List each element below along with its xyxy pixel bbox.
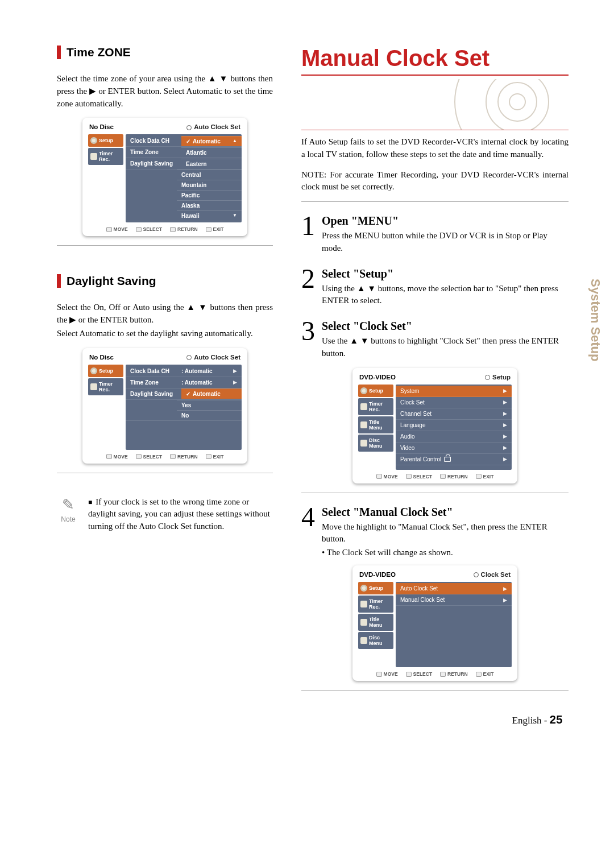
sidebar-item-timer[interactable]: Timer Rec. xyxy=(358,398,393,415)
divider xyxy=(301,201,569,202)
step-text: Press the MENU button while the DVD or V… xyxy=(322,230,569,255)
exit-key-icon xyxy=(476,672,482,677)
osd-bottom-bar: MOVE SELECT RETURN EXIT xyxy=(88,222,242,232)
sidebar-item-setup[interactable]: Setup xyxy=(358,582,393,594)
calendar-icon xyxy=(90,383,97,390)
gear-icon xyxy=(360,387,367,394)
step-3: 3 Select "Clock Set" Use the ▲ ▼ buttons… xyxy=(301,320,569,360)
osd-daylight: No Disc Auto Clock Set Setup Timer Rec. … xyxy=(82,348,247,464)
daylight-header: Daylight Saving xyxy=(57,274,273,288)
osd-title-left: DVD-VIDEO xyxy=(359,571,396,578)
menu-item-system[interactable]: System▶ xyxy=(396,386,512,397)
svg-point-3 xyxy=(509,94,525,110)
daylight-text-2: Select Automatic to set the daylight sav… xyxy=(57,328,273,340)
disc-illustration xyxy=(301,79,569,130)
exit-key-icon xyxy=(206,454,211,459)
disc-icon xyxy=(360,637,367,644)
sidebar-item-setup[interactable]: Setup xyxy=(88,365,123,377)
return-key-icon xyxy=(440,474,446,479)
daylight-text-1: Select the On, Off or Auto using the ▲ ▼… xyxy=(57,301,273,326)
step-4: 4 Select "Manual Clock Set" Move the hig… xyxy=(301,506,569,558)
panel-row-time-zone[interactable]: Time Zone Atlantic xyxy=(126,147,242,158)
sidebar-item-timer[interactable]: Timer Rec. xyxy=(358,596,393,613)
tz-option-alaska[interactable]: Alaska xyxy=(177,200,242,210)
ds-option-automatic[interactable]: ✓Automatic xyxy=(181,388,242,399)
ds-option-yes[interactable]: Yes xyxy=(177,400,242,410)
menu-item-auto-clock[interactable]: Auto Clock Set▶ xyxy=(396,583,512,594)
step-number: 2 xyxy=(301,267,315,308)
step-title: Select "Manual Clock Set" xyxy=(322,506,569,519)
menu-item-parental[interactable]: Parental Control▶ xyxy=(396,454,512,465)
menu-item-channel-set[interactable]: Channel Set▶ xyxy=(396,408,512,420)
sidebar-item-setup[interactable]: Setup xyxy=(88,134,123,147)
divider xyxy=(301,493,569,493)
osd-title-right: Auto Clock Set xyxy=(186,354,240,361)
ds-option-no[interactable]: No xyxy=(177,410,242,420)
select-key-icon xyxy=(406,474,412,479)
svg-point-0 xyxy=(455,79,569,130)
sidebar-item-timer[interactable]: Timer Rec. xyxy=(88,378,123,395)
divider xyxy=(57,245,273,246)
panel-row-clock-data[interactable]: Clock Data CH: Automatic▶ xyxy=(126,366,242,377)
return-key-icon xyxy=(170,227,176,232)
tz-option-central[interactable]: Central xyxy=(177,170,242,180)
menu-item-clock-set[interactable]: Clock Set▶ xyxy=(396,397,512,408)
return-key-icon xyxy=(440,672,446,677)
divider xyxy=(301,690,569,691)
menu-item-language[interactable]: Language▶ xyxy=(396,420,512,431)
exit-key-icon xyxy=(206,227,211,232)
step-number: 4 xyxy=(301,506,315,558)
menu-item-manual-clock[interactable]: Manual Clock Set▶ xyxy=(396,594,512,606)
tz-option-hawaii[interactable]: Hawaii▼ xyxy=(177,210,242,221)
panel-row-daylight[interactable]: Daylight Saving Eastern xyxy=(126,158,242,170)
page-footer: English - 25 xyxy=(301,713,569,726)
tz-option-pacific[interactable]: Pacific xyxy=(177,190,242,200)
panel-row-time-zone[interactable]: Time Zone: Automatic▶ xyxy=(126,377,242,388)
timezone-title: Time ZONE xyxy=(67,46,131,59)
osd-title-left: No Disc xyxy=(89,123,114,130)
return-key-icon xyxy=(170,454,176,459)
menu-item-video[interactable]: Video▶ xyxy=(396,443,512,454)
page-main-title: Manual Clock Set xyxy=(301,46,569,76)
osd-timezone: No Disc Auto Clock Set Setup Timer Rec. … xyxy=(82,118,247,236)
intro-note: NOTE: For accurate Timer Recording, your… xyxy=(301,169,569,194)
step-text: Move the highlight to "Manual Clock Set"… xyxy=(322,521,569,546)
osd-title-right: Setup xyxy=(485,374,511,381)
osd-clock-set-menu: DVD-VIDEO Clock Set Setup Timer Rec. Tit… xyxy=(352,565,517,681)
tz-option-automatic[interactable]: ✓Automatic▲ xyxy=(181,136,242,146)
osd-bottom-bar: MOVE SELECT RETURN EXIT xyxy=(358,667,512,677)
step-title: Select "Clock Set" xyxy=(322,320,569,333)
menu-item-audio[interactable]: Audio▶ xyxy=(396,431,512,443)
step-bullet: • The Clock Set will change as shown. xyxy=(322,548,569,557)
intro-text: If Auto Setup fails to set the DVD Recor… xyxy=(301,136,569,161)
tz-option-atlantic[interactable]: Atlantic xyxy=(181,147,242,158)
osd-title-left: No Disc xyxy=(89,354,114,361)
exit-key-icon xyxy=(476,474,482,479)
lock-icon xyxy=(444,457,451,462)
step-title: Select "Setup" xyxy=(322,267,569,280)
move-key-icon xyxy=(376,672,382,677)
step-title: Open "MENU" xyxy=(322,214,569,228)
timezone-text: Select the time zone of your area using … xyxy=(57,73,273,110)
side-tab-label: System Setup xyxy=(588,279,603,362)
panel-row-daylight[interactable]: Daylight Saving ✓Automatic xyxy=(126,388,242,400)
note-text: ■If your clock is set to the wrong time … xyxy=(88,496,273,533)
sidebar-item-title-menu[interactable]: Title Menu xyxy=(358,614,393,631)
step-text: Using the ▲ ▼ buttons, move the selectio… xyxy=(322,283,569,308)
tz-option-eastern[interactable]: Eastern xyxy=(181,159,242,169)
move-key-icon xyxy=(376,474,382,479)
sidebar-item-timer[interactable]: Timer Rec. xyxy=(88,148,123,165)
panel-row-clock-data[interactable]: Clock Data CH ✓Automatic▲ xyxy=(126,135,242,147)
osd-setup-menu: DVD-VIDEO Setup Setup Timer Rec. Title M… xyxy=(352,368,517,483)
select-key-icon xyxy=(406,672,412,677)
sidebar-item-disc-menu[interactable]: Disc Menu xyxy=(358,435,393,452)
tz-option-mountain[interactable]: Mountain xyxy=(177,180,242,190)
sidebar-item-title-menu[interactable]: Title Menu xyxy=(358,416,393,433)
daylight-title: Daylight Saving xyxy=(67,274,156,288)
sidebar-item-disc-menu[interactable]: Disc Menu xyxy=(358,632,393,649)
section-bar-icon xyxy=(57,46,61,59)
sidebar-item-setup[interactable]: Setup xyxy=(358,385,393,397)
move-key-icon xyxy=(106,227,112,232)
osd-title-left: DVD-VIDEO xyxy=(359,374,396,381)
osd-title-right: Auto Clock Set xyxy=(186,123,240,130)
